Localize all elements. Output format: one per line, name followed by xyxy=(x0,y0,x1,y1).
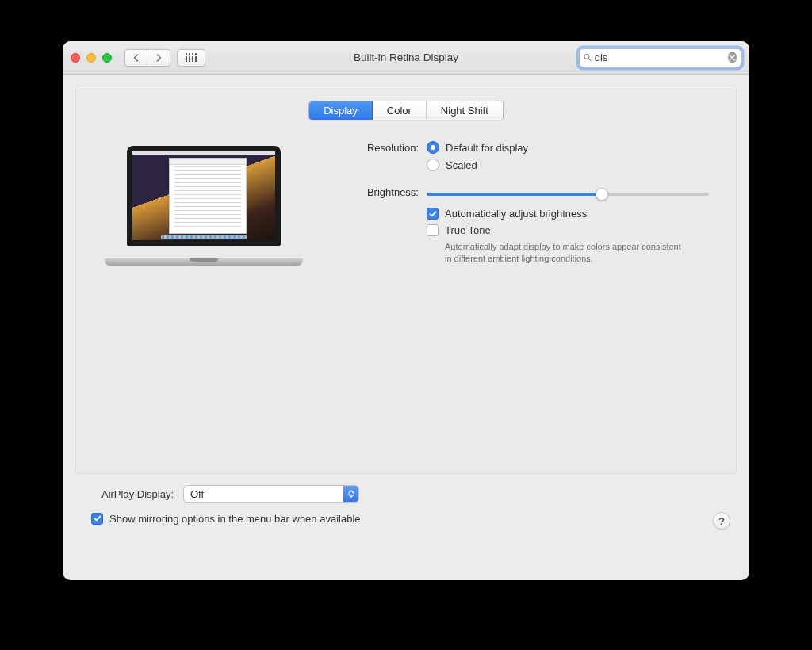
resolution-scaled-label: Scaled xyxy=(446,159,477,171)
zoom-button[interactable] xyxy=(102,53,112,63)
auto-brightness-label: Automatically adjust brightness xyxy=(445,208,587,220)
forward-button[interactable] xyxy=(147,50,170,66)
search-field[interactable] xyxy=(579,48,741,67)
preferences-window: Built-in Retina Display Display Color Ni… xyxy=(63,41,749,580)
auto-brightness-checkbox[interactable]: Automatically adjust brightness xyxy=(427,208,709,220)
chevron-right-icon xyxy=(155,54,163,62)
radio-checked-icon xyxy=(427,141,439,154)
mirroring-label: Show mirroring options in the menu bar w… xyxy=(109,513,361,525)
close-button[interactable] xyxy=(71,53,80,63)
mirroring-row: Show mirroring options in the menu bar w… xyxy=(82,512,730,530)
airplay-row: AirPlay Display: Off xyxy=(82,485,730,503)
tab-color[interactable]: Color xyxy=(373,101,427,120)
mirroring-checkbox[interactable]: Show mirroring options in the menu bar w… xyxy=(91,513,361,525)
chevron-left-icon xyxy=(132,54,140,62)
resolution-default-label: Default for display xyxy=(446,142,528,154)
truetone-label: True Tone xyxy=(445,224,491,236)
search-input[interactable] xyxy=(595,52,728,63)
nav-back-forward xyxy=(124,49,170,67)
brightness-label: Brightness: xyxy=(346,185,427,198)
airplay-value: Off xyxy=(190,488,204,500)
truetone-description: Automatically adapt display to make colo… xyxy=(445,241,683,265)
resolution-scaled-option[interactable]: Scaled xyxy=(427,159,709,171)
tabs: Display Color Night Shift xyxy=(95,101,717,120)
truetone-checkbox[interactable]: True Tone xyxy=(427,224,709,236)
checkbox-unchecked-icon xyxy=(427,224,439,236)
titlebar: Built-in Retina Display xyxy=(63,41,749,75)
resolution-label: Resolution: xyxy=(346,141,427,154)
back-button[interactable] xyxy=(125,50,147,66)
tab-nightshift[interactable]: Night Shift xyxy=(427,101,503,120)
grid-icon xyxy=(186,53,197,62)
svg-line-1 xyxy=(588,59,591,61)
airplay-label: AirPlay Display: xyxy=(82,488,183,500)
select-stepper-icon xyxy=(343,486,358,502)
tab-display[interactable]: Display xyxy=(309,101,373,120)
tab-segment: Display Color Night Shift xyxy=(308,101,504,120)
laptop-icon xyxy=(105,146,303,273)
help-button[interactable]: ? xyxy=(713,512,730,530)
radio-unchecked-icon xyxy=(427,159,439,171)
brightness-row: Brightness: Automatica xyxy=(346,185,709,265)
settings-panel: Display Color Night Shift xyxy=(75,86,737,474)
airplay-select[interactable]: Off xyxy=(183,485,359,503)
brightness-slider[interactable] xyxy=(427,187,709,201)
minimize-button[interactable] xyxy=(86,53,96,63)
resolution-row: Resolution: Default for display Scaled xyxy=(346,141,709,176)
bottom-area: AirPlay Display: Off Show mirroring opti… xyxy=(75,474,737,539)
chevron-down-icon xyxy=(348,494,354,498)
window-controls xyxy=(71,53,112,63)
clear-search-button[interactable] xyxy=(728,52,737,63)
checkbox-checked-icon xyxy=(427,208,439,220)
checkbox-checked-icon xyxy=(91,513,103,525)
show-all-button[interactable] xyxy=(177,49,205,67)
settings-column: Resolution: Default for display Scaled xyxy=(346,141,717,274)
help-label: ? xyxy=(718,515,725,527)
content-area: Display Color Night Shift xyxy=(63,75,749,580)
search-icon xyxy=(584,52,592,63)
x-icon xyxy=(729,55,735,61)
resolution-default-option[interactable]: Default for display xyxy=(427,141,709,154)
display-preview xyxy=(95,141,317,274)
